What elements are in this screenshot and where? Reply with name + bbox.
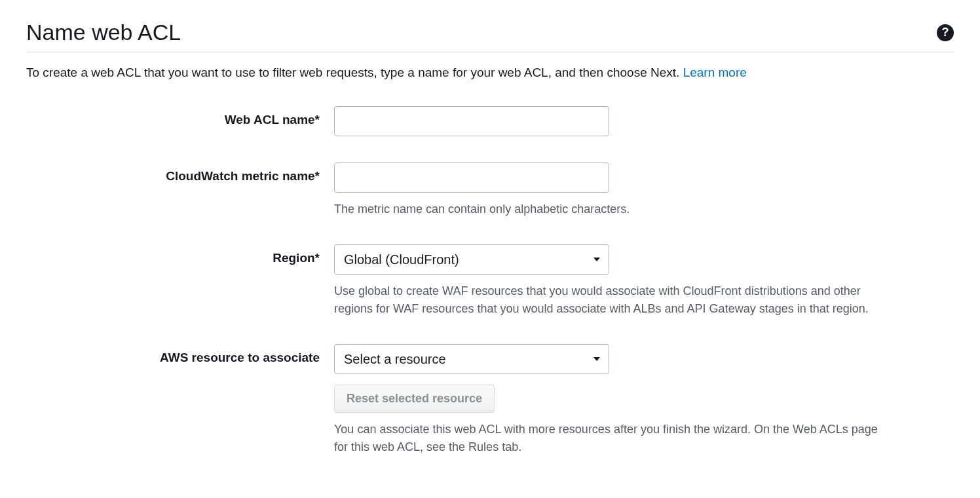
- aws-resource-label: AWS resource to associate: [26, 344, 334, 365]
- help-icon[interactable]: ?: [937, 24, 954, 41]
- intro-text: To create a web ACL that you want to use…: [26, 66, 954, 80]
- region-select-value: Global (CloudFront): [344, 252, 459, 267]
- page-title: Name web ACL: [26, 20, 181, 45]
- region-label: Region*: [26, 244, 334, 265]
- cloudwatch-metric-helper: The metric name can contain only alphabe…: [334, 201, 884, 218]
- region-select[interactable]: Global (CloudFront): [334, 244, 609, 275]
- web-acl-name-input[interactable]: [334, 106, 609, 136]
- aws-resource-select-value: Select a resource: [344, 352, 446, 367]
- cloudwatch-metric-input[interactable]: [334, 163, 609, 193]
- aws-resource-select[interactable]: Select a resource: [334, 344, 609, 374]
- cloudwatch-metric-label: CloudWatch metric name*: [26, 163, 334, 183]
- region-helper: Use global to create WAF resources that …: [334, 282, 884, 318]
- intro-text-body: To create a web ACL that you want to use…: [26, 66, 683, 79]
- web-acl-name-label: Web ACL name*: [26, 106, 334, 127]
- learn-more-link[interactable]: Learn more: [683, 66, 747, 79]
- aws-resource-helper: You can associate this web ACL with more…: [334, 421, 884, 456]
- reset-selected-resource-button[interactable]: Reset selected resource: [334, 385, 495, 413]
